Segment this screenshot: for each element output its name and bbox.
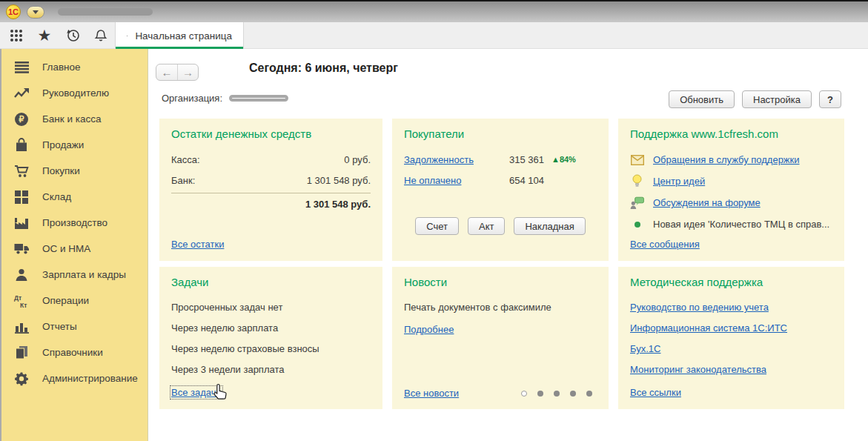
arrow-left-icon: ←: [162, 66, 173, 79]
unpaid-link[interactable]: Не оплачено: [404, 175, 461, 186]
history-nav: ← →: [156, 64, 199, 81]
sidebar-item-label: Производство: [42, 217, 107, 228]
act-button[interactable]: Акт: [468, 217, 505, 235]
tab-label: Начальная страница: [135, 30, 232, 42]
home-icon: [127, 30, 127, 42]
svg-text:Кт: Кт: [20, 301, 27, 308]
organization-label: Организация:: [162, 93, 222, 104]
sidebar-item-warehouse[interactable]: Склад: [1, 184, 148, 210]
sidebar-item-main[interactable]: Главное: [1, 54, 148, 80]
pager-dot[interactable]: [537, 391, 543, 397]
sidebar-item-label: Покупки: [42, 165, 80, 176]
buh1c-link[interactable]: Бух.1С: [630, 339, 832, 359]
window-title-redacted: [58, 8, 153, 16]
pager-dot[interactable]: [570, 391, 576, 397]
sidebar-item-manager[interactable]: Руководителю: [1, 80, 148, 106]
sidebar-item-reports[interactable]: Отчеты: [1, 314, 148, 339]
back-button[interactable]: ←: [156, 64, 177, 80]
card-title: Поддержка www.1cfresh.com: [630, 127, 832, 140]
all-balances-link[interactable]: Все остатки: [171, 239, 224, 250]
card-title: Задачи: [171, 276, 371, 288]
truck-icon: [13, 241, 30, 257]
today-heading: Сегодня: 6 июня, четверг: [249, 62, 398, 75]
history-button[interactable]: [59, 22, 87, 48]
sidebar-item-directories[interactable]: Справочники: [1, 339, 148, 365]
sidebar-item-payroll-hr[interactable]: Зарплата и кадры: [1, 262, 148, 288]
titlebar: 1С: [0, 0, 868, 22]
settings-button[interactable]: Настройка: [742, 90, 812, 108]
cash-desk-value: 0 руб.: [344, 154, 371, 165]
debt-delta-up: ▲84%: [551, 155, 576, 164]
sidebar-item-label: Отчеты: [42, 321, 77, 332]
sidebar-item-administration[interactable]: Администрирование: [1, 365, 148, 391]
news-more-link[interactable]: Подробнее: [404, 324, 454, 335]
chart-icon: [13, 319, 30, 335]
sidebar-item-bank-cash[interactable]: ₽ Банк и касса: [1, 106, 148, 132]
support-requests-link[interactable]: Обращения в службу поддержки: [653, 154, 800, 165]
main-menu-dropdown-button[interactable]: [27, 6, 44, 19]
ruble-icon: ₽: [13, 111, 30, 127]
bell-icon: [93, 28, 108, 43]
card-title: Методическая поддержка: [630, 276, 832, 288]
refresh-button[interactable]: Обновить: [669, 90, 735, 108]
svg-text:₽: ₽: [19, 115, 24, 124]
all-tasks-link[interactable]: Все задачи: [171, 387, 222, 398]
person-icon: [13, 267, 30, 283]
all-links-link[interactable]: Все ссылки: [630, 387, 681, 398]
sidebar-item-operations[interactable]: ДтКт Операции: [1, 288, 148, 314]
debt-link[interactable]: Задолженность: [404, 154, 474, 165]
sidebar-item-label: Справочники: [42, 347, 103, 358]
menu-icon: [13, 59, 30, 76]
invoice-button[interactable]: Счет: [415, 217, 459, 235]
app-window: 1С ★: [0, 0, 868, 441]
dashboard-cards: Остатки денежных средств Касса: 0 руб. Б…: [159, 119, 868, 409]
tab-strip: ★ Начальная страница: [0, 22, 868, 49]
card-support: Поддержка www.1cfresh.com Обращения в сл…: [618, 119, 844, 261]
sidebar-item-sales[interactable]: Продажи: [1, 132, 148, 158]
cart-icon: [13, 163, 30, 179]
news-headline: Печать документов с факсимиле: [404, 297, 597, 318]
bag-icon: [13, 137, 30, 153]
task-item: Через неделю страховые взносы: [171, 339, 371, 359]
sidebar-item-label: Операции: [42, 295, 89, 306]
support-news-item: Новая идея 'Количество ТМЦ в справ...: [653, 219, 829, 230]
card-title: Новости: [404, 276, 597, 288]
bank-value: 1 301 548 руб.: [307, 175, 371, 186]
law-monitoring-link[interactable]: Мониторинг законодательства: [630, 359, 832, 380]
1c-logo-icon: 1С: [6, 4, 21, 19]
card-title: Остатки денежных средств: [171, 127, 371, 140]
tab-home-page[interactable]: Начальная страница: [115, 22, 244, 49]
apps-grid-icon: [9, 28, 24, 43]
cash-desk-label: Касса:: [171, 154, 200, 165]
waybill-button[interactable]: Накладная: [514, 217, 585, 235]
all-functions-button[interactable]: [2, 22, 30, 48]
notifications-button[interactable]: [87, 22, 115, 48]
pager-dot[interactable]: [554, 391, 560, 397]
all-messages-link[interactable]: Все сообщения: [630, 239, 700, 250]
pager-dot[interactable]: [586, 391, 592, 397]
task-item: Через неделю зарплата: [171, 318, 371, 339]
pager-dot-active[interactable]: [521, 391, 527, 397]
help-button[interactable]: ?: [819, 90, 841, 108]
organization-field-redacted[interactable]: [229, 95, 288, 102]
warehouse-icon: [13, 189, 30, 205]
bullet-dot-icon: [635, 222, 640, 228]
its-system-link[interactable]: Информационная система 1С:ИТС: [630, 318, 832, 339]
sidebar-item-production[interactable]: Производство: [1, 210, 148, 236]
books-icon: [13, 345, 30, 361]
news-pager: [521, 391, 592, 397]
idea-bulb-icon: [630, 174, 644, 188]
idea-center-link[interactable]: Центр идей: [653, 176, 705, 187]
card-tasks: Задачи Просроченных задач нет Через неде…: [159, 267, 382, 409]
favorites-button[interactable]: ★: [30, 22, 59, 48]
sidebar-item-purchases[interactable]: Покупки: [1, 158, 148, 184]
unpaid-value: 654 104: [509, 175, 544, 186]
trend-icon: [13, 85, 30, 102]
accounting-guide-link[interactable]: Руководство по ведению учета: [630, 297, 832, 318]
forum-discussions-link[interactable]: Обсуждения на форуме: [653, 197, 761, 208]
svg-text:Дт: Дт: [14, 294, 21, 301]
sidebar-item-fixed-assets[interactable]: ОС и НМА: [1, 236, 148, 262]
forward-button[interactable]: →: [177, 64, 198, 80]
all-news-link[interactable]: Все новости: [404, 388, 459, 399]
card-methodical-support: Методическая поддержка Руководство по ве…: [618, 267, 844, 409]
